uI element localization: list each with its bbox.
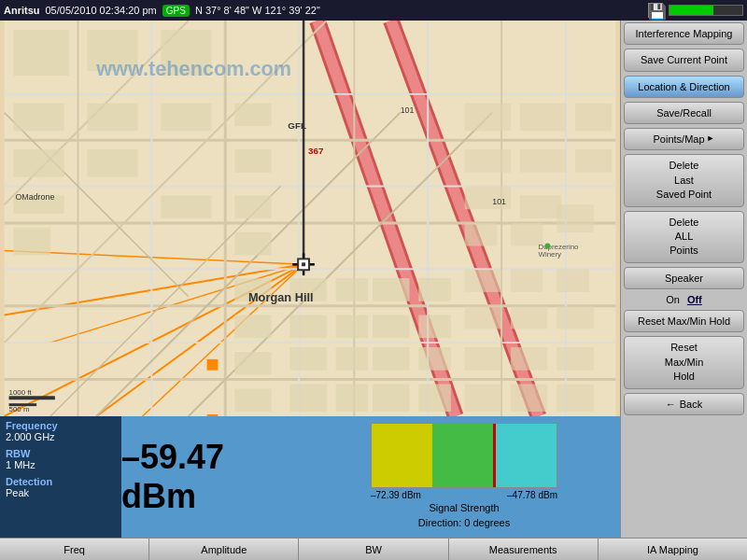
svg-rect-46 — [234, 149, 271, 173]
right-sidebar: Interference Mapping Save Current Point … — [620, 21, 747, 538]
reset-max-min-button[interactable]: ResetMax/MinHold — [624, 336, 744, 388]
svg-text:101: 101 — [401, 105, 415, 115]
signal-title: Signal Strength — [429, 502, 499, 513]
signal-strength-area: –72.39 dBm –47.78 dBm Signal Strength Di… — [308, 416, 620, 538]
svg-point-113 — [544, 244, 550, 249]
volume-button[interactable]: Reset Max/Min Hold — [624, 310, 744, 332]
left-area: GFL 367 101 101 OMadrone Morgan Hill www… — [0, 21, 620, 538]
direction-label: Direction: 0 degrees — [415, 513, 514, 532]
datetime: 05/05/2010 02:34:20 pm — [46, 5, 157, 16]
gps-badge: GPS — [162, 5, 190, 17]
signal-fill — [669, 6, 713, 15]
svg-rect-55 — [575, 104, 612, 132]
signal-yellow — [372, 424, 432, 487]
svg-text:1000 ft: 1000 ft — [9, 388, 33, 397]
svg-rect-70 — [465, 347, 501, 371]
freq-label: Frequency — [6, 420, 116, 431]
signal-labels: –72.39 dBm –47.78 dBm — [371, 490, 557, 500]
delete-all-points-button[interactable]: DeleteALLPoints — [624, 211, 744, 263]
speaker-off-button[interactable]: Off — [687, 294, 702, 305]
svg-rect-67 — [465, 306, 501, 329]
svg-rect-87 — [373, 384, 409, 412]
main-area: GFL 367 101 101 OMadrone Morgan Hill www… — [0, 21, 747, 538]
svg-rect-74 — [511, 384, 547, 412]
freq-value: 2.000 GHz — [6, 431, 116, 442]
svg-text:www.tehencom.com: www.tehencom.com — [95, 57, 291, 80]
svg-rect-61 — [465, 223, 498, 246]
svg-text:101: 101 — [492, 197, 506, 206]
svg-rect-44 — [161, 195, 211, 218]
svg-rect-93 — [207, 414, 218, 416]
tab-measurements[interactable]: Measurements — [449, 539, 599, 560]
svg-rect-43 — [13, 228, 49, 256]
freq-info-panel: Frequency 2.000 GHz RBW 1 MHz Detection … — [0, 416, 121, 538]
tab-bar: Freq Amplitude BW Measurements IA Mappin… — [0, 538, 747, 560]
svg-rect-71 — [511, 347, 547, 371]
svg-rect-81 — [336, 315, 369, 339]
svg-rect-85 — [373, 315, 409, 339]
location-direction-button[interactable]: Location & Direction — [624, 76, 744, 98]
rbw-label: RBW — [6, 448, 116, 459]
tab-amplitude[interactable]: Amplitude — [149, 539, 299, 560]
svg-rect-90 — [418, 347, 451, 371]
detection-label: Detection — [6, 476, 116, 487]
signal-high-value: –47.78 dBm — [507, 490, 557, 500]
svg-rect-53 — [465, 104, 511, 132]
svg-rect-75 — [557, 384, 593, 412]
svg-rect-92 — [207, 359, 218, 371]
svg-rect-39 — [87, 104, 137, 132]
svg-rect-50 — [234, 315, 271, 339]
tab-bw[interactable]: BW — [299, 539, 448, 560]
svg-rect-72 — [557, 347, 593, 371]
svg-rect-88 — [418, 278, 451, 301]
back-button[interactable]: ← Back — [624, 393, 744, 415]
svg-text:Winery: Winery — [539, 250, 562, 259]
logo: Anritsu — [4, 5, 40, 16]
svg-rect-48 — [234, 232, 271, 256]
save-current-point-button[interactable]: Save Current Point — [624, 49, 744, 71]
rbw-value: 1 MHz — [6, 459, 116, 470]
speaker-on-button[interactable]: On — [666, 294, 680, 305]
svg-rect-78 — [289, 347, 326, 371]
tab-ia-mapping[interactable]: IA Mapping — [599, 539, 747, 560]
header-bar: Anritsu 05/05/2010 02:34:20 pm GPS N 37°… — [0, 0, 747, 21]
svg-rect-60 — [520, 195, 561, 218]
svg-rect-73 — [465, 384, 501, 412]
svg-rect-91 — [418, 384, 451, 412]
svg-rect-84 — [373, 278, 409, 301]
detection-value: Peak — [6, 487, 116, 498]
info-row: Frequency 2.000 GHz RBW 1 MHz Detection … — [0, 416, 620, 538]
dbm-display: –59.47 dBm — [121, 416, 308, 538]
signal-bar — [669, 5, 743, 16]
svg-rect-77 — [289, 315, 326, 339]
svg-rect-38 — [13, 149, 63, 177]
save-recall-button[interactable]: Save/Recall — [624, 102, 744, 124]
svg-rect-65 — [511, 269, 543, 292]
svg-rect-68 — [511, 306, 547, 329]
svg-rect-34 — [13, 30, 68, 76]
svg-text:500 m: 500 m — [9, 405, 30, 413]
points-map-button[interactable]: Points/Map► — [624, 128, 744, 150]
tab-freq[interactable]: Freq — [0, 539, 149, 560]
interference-mapping-button[interactable]: Interference Mapping — [624, 22, 744, 45]
svg-rect-54 — [520, 104, 566, 132]
signal-green — [432, 424, 493, 487]
delete-last-saved-button[interactable]: DeleteLastSaved Point — [624, 154, 744, 206]
svg-text:Duprezerino: Duprezerino — [539, 243, 580, 251]
svg-rect-64 — [465, 269, 501, 292]
svg-rect-66 — [557, 269, 589, 292]
svg-text:367: 367 — [308, 146, 324, 156]
svg-rect-52 — [234, 388, 271, 412]
speaker-label: Speaker — [624, 267, 744, 289]
svg-text:OMadrone: OMadrone — [15, 192, 54, 202]
svg-rect-45 — [234, 104, 271, 127]
svg-rect-89 — [418, 315, 451, 339]
signal-low-value: –72.39 dBm — [371, 490, 421, 500]
svg-rect-82 — [336, 347, 369, 371]
svg-rect-79 — [289, 384, 326, 412]
svg-rect-86 — [373, 347, 409, 371]
map-container: GFL 367 101 101 OMadrone Morgan Hill www… — [0, 21, 620, 416]
svg-rect-69 — [557, 306, 593, 329]
svg-rect-40 — [87, 149, 137, 177]
signal-cyan — [496, 424, 557, 487]
